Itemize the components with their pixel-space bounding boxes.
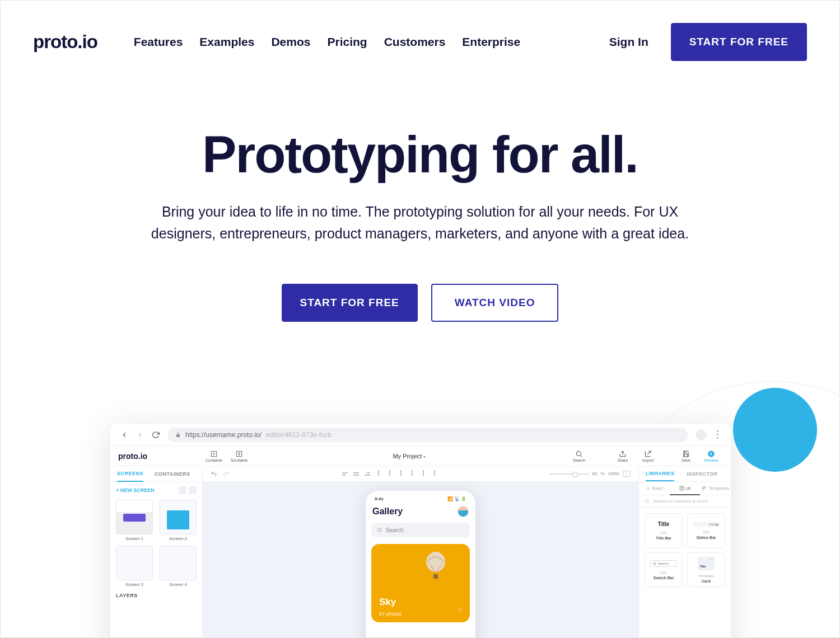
tab-libraries[interactable]: LIBRARIES bbox=[646, 471, 674, 481]
lock-icon bbox=[175, 432, 181, 438]
svg-point-6 bbox=[426, 552, 445, 572]
svg-point-5 bbox=[378, 528, 381, 532]
view-grid-icon[interactable] bbox=[179, 486, 186, 494]
card-title: Sky bbox=[379, 597, 396, 608]
lib-item-title-bar[interactable]: Title iOS Title Bar bbox=[645, 513, 683, 548]
align-tool[interactable] bbox=[365, 472, 370, 476]
search-icon bbox=[377, 527, 382, 533]
screen-label: Screen 3 bbox=[116, 582, 153, 587]
start-free-hero-button[interactable]: START FOR FREE bbox=[282, 284, 418, 322]
search-icon bbox=[645, 499, 650, 504]
align-tool[interactable] bbox=[421, 472, 426, 476]
lib-tab-templates[interactable]: Templates bbox=[700, 482, 731, 495]
gallery-avatar[interactable] bbox=[458, 506, 469, 517]
screen-thumb-2[interactable] bbox=[160, 500, 197, 534]
heart-icon[interactable]: ♡ bbox=[457, 607, 463, 614]
undo-icon[interactable] bbox=[211, 471, 217, 477]
container-tool[interactable]: Container bbox=[202, 450, 226, 462]
redo-icon[interactable] bbox=[223, 471, 230, 477]
lib-item-status-bar[interactable]: 9:42 ▮▮ iOS Status Bar bbox=[687, 513, 725, 548]
url-path: editor/4612-873e-fccb bbox=[266, 431, 332, 439]
basic-icon bbox=[646, 486, 651, 491]
url-bar[interactable]: https://username.proto.io/editor/4612-87… bbox=[167, 428, 688, 442]
svg-point-8 bbox=[647, 487, 648, 489]
preview-icon bbox=[707, 450, 715, 458]
lib-tab-ui[interactable]: UI bbox=[670, 482, 701, 495]
lib-item-card[interactable]: Templates Card bbox=[687, 552, 725, 587]
zoom-value[interactable]: 100% bbox=[608, 471, 619, 476]
opacity-unit: % bbox=[600, 471, 604, 476]
signin-link[interactable]: Sign In bbox=[609, 35, 648, 49]
browser-avatar[interactable] bbox=[696, 429, 707, 440]
view-list-icon[interactable] bbox=[189, 486, 197, 494]
balloon-icon bbox=[423, 552, 449, 583]
nav-examples[interactable]: Examples bbox=[199, 35, 254, 49]
layers-heading[interactable]: LAYERS bbox=[116, 593, 197, 598]
align-tool[interactable] bbox=[387, 472, 393, 476]
screen-label: Screen 2 bbox=[160, 536, 197, 541]
tab-screens[interactable]: SCREENS bbox=[117, 466, 143, 482]
start-free-nav-button[interactable]: START FOR FREE bbox=[671, 23, 807, 61]
opacity-slider[interactable] bbox=[550, 473, 589, 475]
save-tool[interactable]: Save bbox=[674, 450, 698, 462]
nav-enterprise[interactable]: Enterprise bbox=[462, 35, 520, 49]
screen-label: Screen 4 bbox=[160, 582, 197, 587]
nav-pricing[interactable]: Pricing bbox=[327, 35, 367, 49]
align-tool[interactable] bbox=[398, 472, 404, 476]
card-subtitle: 67 photos bbox=[379, 611, 402, 617]
url-base: https://username.proto.io/ bbox=[185, 431, 262, 439]
decor-circle bbox=[733, 388, 817, 472]
lib-item-search-bar[interactable]: Search iOS Search Bar bbox=[645, 552, 683, 587]
screen-thumb-3[interactable] bbox=[116, 546, 153, 580]
hero-title: Prototyping for all. bbox=[23, 125, 817, 184]
share-icon bbox=[619, 450, 627, 458]
forward-icon[interactable] bbox=[136, 431, 144, 439]
preview-tool[interactable]: Preview bbox=[699, 450, 723, 462]
project-title[interactable]: My Project bbox=[251, 453, 567, 459]
svg-point-3 bbox=[576, 451, 581, 456]
phone-search[interactable]: Search bbox=[371, 523, 470, 537]
nav-features[interactable]: Features bbox=[134, 35, 183, 49]
nav-demos[interactable]: Demos bbox=[271, 35, 310, 49]
align-tool[interactable] bbox=[353, 472, 359, 476]
align-tool[interactable] bbox=[376, 472, 381, 476]
screen-thumb-1[interactable] bbox=[116, 500, 153, 534]
tab-containers[interactable]: CONTAINERS bbox=[155, 467, 190, 481]
phone-mockup[interactable]: 9:41 📶 📡 🔋 Gallery Search bbox=[366, 491, 475, 638]
search-tool[interactable]: Search bbox=[567, 450, 591, 462]
save-icon bbox=[682, 450, 690, 458]
phone-status-icons: 📶 📡 🔋 bbox=[447, 496, 466, 501]
hero-subtitle: Bring your idea to life in no time. The … bbox=[140, 201, 700, 245]
export-icon bbox=[644, 450, 652, 458]
brand-logo[interactable]: proto.io bbox=[33, 31, 97, 53]
app-logo[interactable]: proto.io bbox=[118, 452, 202, 461]
screen-label: Screen 1 bbox=[116, 536, 153, 541]
new-screen-button[interactable]: + NEW SCREEN bbox=[116, 487, 155, 493]
phone-time: 9:41 bbox=[375, 496, 384, 501]
scrollable-tool[interactable]: Scrollable bbox=[227, 450, 251, 462]
share-tool[interactable]: Share bbox=[611, 450, 634, 462]
screen-thumb-4[interactable] bbox=[160, 546, 197, 580]
library-search[interactable]: Search UI Libraries & Icons bbox=[639, 495, 731, 508]
reload-icon[interactable] bbox=[152, 431, 160, 439]
svg-rect-10 bbox=[703, 487, 704, 489]
svg-rect-11 bbox=[704, 487, 706, 489]
zoom-options-icon[interactable]: ⋮ bbox=[623, 471, 631, 477]
browser-menu-icon[interactable] bbox=[715, 430, 721, 439]
align-tool[interactable] bbox=[409, 472, 415, 476]
search-icon bbox=[575, 450, 583, 458]
nav-customers[interactable]: Customers bbox=[384, 35, 446, 49]
gallery-title: Gallery bbox=[372, 506, 403, 517]
align-tool[interactable] bbox=[342, 472, 348, 476]
svg-rect-0 bbox=[176, 434, 180, 437]
tab-inspector[interactable]: INSPECTOR bbox=[687, 471, 717, 477]
back-icon[interactable] bbox=[120, 431, 128, 439]
align-tool[interactable] bbox=[432, 472, 437, 476]
canvas[interactable]: 9:41 📶 📡 🔋 Gallery Search bbox=[203, 482, 638, 638]
export-tool[interactable]: Export bbox=[636, 450, 660, 462]
watch-video-button[interactable]: WATCH VIDEO bbox=[431, 284, 559, 322]
svg-point-13 bbox=[646, 500, 648, 503]
gallery-card[interactable]: Sky 67 photos ♡ bbox=[371, 544, 470, 622]
lib-tab-basic[interactable]: Basic bbox=[639, 482, 670, 495]
templates-icon bbox=[702, 486, 707, 491]
